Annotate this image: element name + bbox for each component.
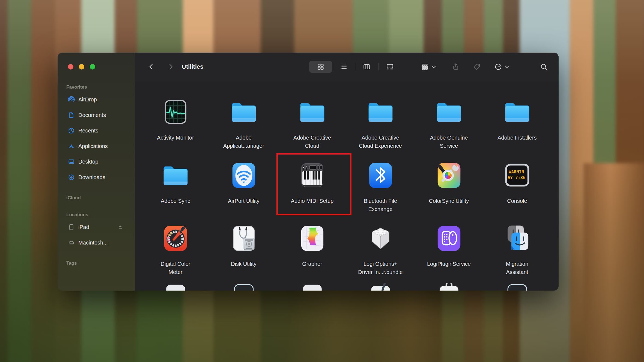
color-meter-icon [161, 224, 190, 253]
document-icon [68, 112, 75, 119]
sidebar-item-label: iPad [78, 224, 89, 230]
sidebar-section-header: Tags [58, 259, 135, 268]
migration-icon [503, 224, 532, 253]
partial-light-icon [161, 283, 190, 291]
page-title: Utilities [182, 53, 203, 81]
sidebar-item-recents[interactable]: Recents [58, 123, 135, 138]
sidebar-item-documents[interactable]: Documents [58, 107, 135, 123]
sidebar-item-ipad[interactable]: iPad [58, 219, 135, 235]
app-adobe-installers[interactable]: Adobe Installers [483, 97, 551, 142]
app-label: AdobeApplicat...anager [210, 134, 278, 150]
app-label: Activity Monitor [141, 134, 210, 142]
app-label: Grapher [278, 260, 346, 268]
icon-view-button[interactable] [309, 61, 332, 73]
zoom-button[interactable] [90, 64, 95, 70]
app-partially-visible-app[interactable] [483, 283, 551, 291]
eject-icon[interactable] [117, 224, 123, 230]
gallery-view-button[interactable] [378, 61, 401, 73]
app-grapher[interactable]: Grapher [278, 224, 346, 268]
app-label: Disk Utility [210, 260, 278, 268]
sidebar-item-applications[interactable]: Applications [58, 138, 135, 154]
app-partially-visible-app[interactable] [210, 283, 278, 291]
search-button[interactable] [538, 61, 549, 72]
partial-loop-icon [434, 283, 464, 291]
folder-icon [298, 97, 327, 126]
grapher-icon [298, 224, 327, 253]
app-colorsync-utility[interactable]: ColorSync Utility [415, 161, 483, 205]
app-adobe-creative-cloud[interactable]: Adobe CreativeCloud [278, 97, 346, 150]
folder-icon [161, 161, 190, 190]
app-activity-monitor[interactable]: Activity Monitor [141, 97, 210, 142]
chevron-down-icon [504, 64, 510, 71]
finder-toolbar: Utilities [135, 53, 559, 81]
sidebar-item-macintosh[interactable]: Macintosh... [58, 235, 135, 251]
app-digital-color-meter[interactable]: Digital ColorMeter [141, 224, 210, 276]
folder-icon [366, 97, 395, 126]
app-logi-options+-driver-in-r-bundle[interactable]: Logi Options+Driver In...r.bundle [346, 224, 415, 276]
finder-window: Utilities Activity MonitorAdobeApplicat.… [58, 53, 559, 291]
sidebar-section-header: Favorites [58, 83, 135, 92]
folder-icon [229, 97, 258, 126]
app-partially-visible-app[interactable] [278, 283, 346, 291]
share-button[interactable] [450, 61, 461, 72]
app-adobe-genuine-service[interactable]: Adobe GenuineService [415, 97, 483, 150]
audio-midi-icon [298, 161, 327, 190]
chevron-down-icon [431, 64, 437, 71]
sidebar-item-downloads[interactable]: Downloads [58, 170, 135, 185]
column-view-button[interactable] [355, 61, 378, 73]
forward-button[interactable] [165, 61, 176, 72]
console-icon: WARNINAY 7:36 [503, 161, 532, 190]
drive-icon [68, 239, 75, 246]
app-disk-utility[interactable]: Disk Utility [210, 224, 278, 268]
app-label: Adobe GenuineService [415, 134, 483, 150]
colorsync-icon [434, 161, 464, 190]
app-adobe-applicat-anager[interactable]: AdobeApplicat...anager [210, 97, 278, 150]
app-label: Adobe CreativeCloud Experience [346, 134, 415, 150]
sidebar-section-header: Locations [58, 210, 135, 219]
folder-icon [503, 97, 532, 126]
app-label: Adobe Sync [141, 197, 210, 205]
partial-dark-icon [503, 283, 532, 291]
app-label: MigrationAssistant [483, 260, 551, 276]
sidebar-item-label: Applications [78, 143, 108, 149]
sidebar-item-airdrop[interactable]: AirDrop [58, 92, 135, 107]
tags-button[interactable] [472, 61, 482, 72]
disk-utility-icon [229, 224, 258, 253]
bluetooth-icon [366, 161, 395, 190]
desktop-icon [68, 158, 75, 165]
finder-sidebar: FavoritesAirDropDocumentsRecentsApplicat… [58, 53, 135, 291]
app-partially-visible-app[interactable] [346, 283, 415, 291]
app-migration-assistant[interactable]: MigrationAssistant [483, 224, 551, 276]
sidebar-section-header: iCloud [58, 193, 135, 203]
finder-content: Utilities Activity MonitorAdobeApplicat.… [135, 53, 559, 291]
svg-text:WARNIN: WARNIN [509, 170, 524, 174]
app-partially-visible-app[interactable] [141, 283, 210, 291]
list-view-button[interactable] [332, 61, 355, 73]
minimize-button[interactable] [79, 64, 84, 70]
close-button[interactable] [68, 64, 73, 70]
app-airport-utility[interactable]: AirPort Utility [210, 161, 278, 205]
activity-monitor-icon [161, 97, 190, 126]
logi-plugin-icon [434, 224, 464, 253]
app-partially-visible-app[interactable] [415, 283, 483, 291]
sidebar-item-desktop[interactable]: Desktop [58, 154, 135, 170]
more-button[interactable] [493, 61, 504, 72]
app-label: Console [483, 197, 551, 205]
app-label: Adobe Installers [483, 134, 551, 142]
app-label: Audio MIDI Setup [278, 197, 346, 205]
download-icon [68, 174, 75, 181]
app-console[interactable]: WARNINAY 7:36Console [483, 161, 551, 205]
app-adobe-creative-cloud-experience[interactable]: Adobe CreativeCloud Experience [346, 97, 415, 150]
app-bluetooth-file-exchange[interactable]: Bluetooth FileExchange [346, 161, 415, 213]
app-adobe-sync[interactable]: Adobe Sync [141, 161, 210, 205]
group-button[interactable] [420, 61, 431, 72]
back-button[interactable] [146, 61, 157, 72]
app-audio-midi-setup[interactable]: Audio MIDI Setup [278, 161, 346, 205]
folder-icon [434, 97, 464, 126]
sidebar-item-label: Downloads [78, 174, 105, 180]
airdrop-icon [68, 96, 75, 103]
logi-brick-icon [366, 224, 395, 253]
clock-icon [68, 127, 75, 134]
app-logipluginservice[interactable]: LogiPluginService [415, 224, 483, 268]
sidebar-item-label: Documents [78, 112, 106, 118]
